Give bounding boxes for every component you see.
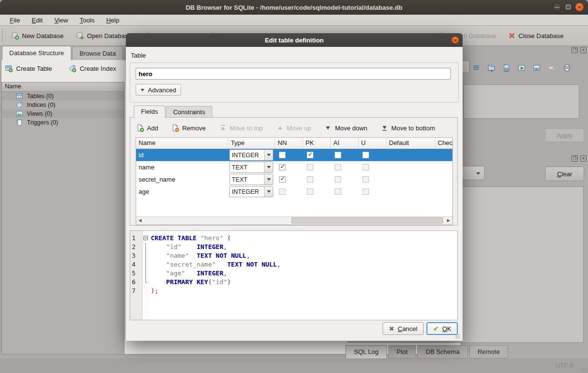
field-name-cell[interactable]: secret_name [136, 173, 228, 186]
table-name-input[interactable] [136, 68, 451, 80]
field-name-cell[interactable]: id [136, 149, 228, 161]
apply-button[interactable]: Apply [545, 128, 584, 142]
field-check-cell[interactable] [435, 173, 453, 186]
bottom-tab-plot[interactable]: Plot [388, 345, 416, 358]
type-combobox[interactable]: INTEGER [229, 149, 273, 161]
ok-button[interactable]: ✔OK [426, 322, 458, 335]
field-row-id[interactable]: idINTEGER [136, 149, 452, 161]
execute-icon[interactable] [518, 64, 526, 72]
ai-checkbox[interactable] [335, 176, 341, 183]
type-combobox[interactable]: TEXT [229, 174, 273, 185]
column-header-pk[interactable]: PK [303, 138, 331, 148]
nn-checkbox[interactable] [279, 188, 285, 195]
dock-float-icon[interactable]: ❐ [571, 155, 578, 162]
column-header-check[interactable]: Check [435, 138, 453, 148]
column-header-nn[interactable]: NN [275, 138, 303, 148]
menu-view[interactable]: View [49, 16, 73, 25]
action-move-to-top[interactable]: Move to top [219, 124, 263, 132]
ai-checkbox[interactable] [335, 188, 341, 195]
tree-item-triggers[interactable]: Triggers (0) [2, 118, 124, 127]
tree-header-name[interactable]: Name [2, 83, 124, 92]
menu-edit[interactable]: Edit [27, 16, 47, 25]
toolbar-open-database[interactable]: Open Database [76, 32, 131, 40]
pk-checkbox[interactable] [307, 164, 313, 170]
menu-file[interactable]: File [5, 16, 25, 25]
action-move-down[interactable]: Move down [324, 124, 367, 132]
link-icon[interactable] [533, 64, 541, 72]
type-combobox[interactable]: TEXT [229, 162, 273, 173]
tree-item-indices[interactable]: Indices (0) [2, 101, 124, 109]
window-resize-grip[interactable] [582, 367, 587, 372]
type-combobox[interactable]: INTEGER [229, 186, 273, 197]
action-add[interactable]: Add [136, 124, 158, 132]
scrollbar-thumb[interactable] [291, 217, 443, 224]
pk-checkbox[interactable] [307, 188, 313, 195]
dialog-tab-constraints[interactable]: Constraints [166, 106, 213, 118]
column-header-name[interactable]: Name [136, 138, 228, 148]
pk-checkbox[interactable] [307, 152, 313, 158]
field-default-cell[interactable] [386, 149, 435, 161]
chevron-down-icon[interactable] [264, 174, 273, 185]
field-row-age[interactable]: ageINTEGER [136, 186, 452, 198]
field-name-cell[interactable]: name [136, 161, 228, 173]
dock-close-icon[interactable]: ✕ [580, 47, 587, 53]
ai-checkbox[interactable] [335, 164, 341, 170]
toolbar-new-database[interactable]: New Database [11, 32, 63, 40]
clear-button[interactable]: Clear [545, 166, 584, 181]
bottom-tab-sql-log[interactable]: SQL Log [345, 345, 387, 359]
menu-tools[interactable]: Tools [75, 16, 99, 25]
u-checkbox[interactable] [363, 176, 369, 183]
pk-checkbox[interactable] [307, 176, 313, 183]
bottom-tab-db-schema[interactable]: DB Schema [417, 345, 467, 358]
bottom-tab-remote[interactable]: Remote [469, 345, 508, 358]
fold-marker-collapse[interactable] [143, 234, 148, 243]
dialog-tab-fields[interactable]: Fields [134, 105, 165, 118]
minimize-icon[interactable]: — [552, 2, 562, 12]
dock-float-icon[interactable]: ❐ [571, 47, 578, 53]
column-header-default[interactable]: Default [386, 138, 435, 148]
close-icon[interactable]: ✕ [575, 2, 584, 12]
column-header-ai[interactable]: AI [331, 138, 359, 148]
action-move-up[interactable]: Move up [276, 124, 311, 132]
dialog-resize-grip[interactable] [455, 334, 460, 339]
cancel-button[interactable]: ✖Cancel [383, 322, 424, 335]
ai-checkbox[interactable] [335, 152, 341, 158]
window-titlebar[interactable]: DB Browser for SQLite - /home/user/code/… [0, 0, 588, 15]
advanced-button[interactable]: Advanced [136, 84, 181, 96]
horizontal-scrollbar[interactable]: ◀ ▶ [136, 216, 452, 225]
dialog-titlebar[interactable]: Edit table definition ✕ [126, 33, 463, 47]
field-default-cell[interactable] [386, 173, 435, 186]
scroll-left-icon[interactable]: ◀ [136, 217, 144, 224]
field-check-cell[interactable] [435, 186, 453, 198]
maximize-icon[interactable] [564, 2, 573, 12]
column-header-u[interactable]: U [359, 138, 386, 148]
tree-item-tables[interactable]: Tables (0) [2, 92, 124, 101]
cell-editor-textarea[interactable] [464, 84, 579, 119]
nn-checkbox[interactable] [279, 164, 285, 170]
print-icon[interactable] [563, 64, 571, 72]
field-check-cell[interactable] [435, 149, 453, 161]
field-default-cell[interactable] [386, 186, 435, 198]
scroll-right-icon[interactable]: ▶ [445, 217, 452, 224]
column-header-type[interactable]: Type [228, 138, 275, 148]
null-toggle-icon[interactable] [548, 64, 556, 72]
tab-database-structure[interactable]: Database Structure [2, 46, 71, 60]
field-name-cell[interactable]: age [136, 186, 228, 198]
menu-help[interactable]: Help [101, 16, 124, 25]
u-checkbox[interactable] [363, 164, 369, 170]
action-remove[interactable]: Remove [171, 124, 205, 132]
tab-browse-data[interactable]: Browse Data [72, 46, 123, 60]
dock-splitter-handle[interactable]: ······ [465, 148, 479, 153]
field-row-name[interactable]: nameTEXT [136, 161, 452, 173]
sql-preview-editor[interactable]: 1CREATE TABLE "hero" (2 "id" INTEGER,3 "… [130, 230, 458, 320]
export-icon[interactable] [503, 64, 510, 72]
toolbar-drag-handle[interactable] [2, 29, 6, 42]
dock-close-icon[interactable]: ✕ [580, 155, 587, 162]
wrap-lines-icon[interactable] [472, 64, 480, 72]
u-checkbox[interactable] [363, 188, 369, 195]
fields-table-header[interactable]: NameTypeNNPKAIUDefaultCheck [136, 138, 452, 149]
chevron-down-icon[interactable] [264, 150, 273, 160]
field-default-cell[interactable] [386, 161, 435, 173]
fields-table[interactable]: NameTypeNNPKAIUDefaultCheck idINTEGERnam… [136, 137, 453, 225]
toolbar-close-database[interactable]: Close Database [508, 32, 564, 40]
